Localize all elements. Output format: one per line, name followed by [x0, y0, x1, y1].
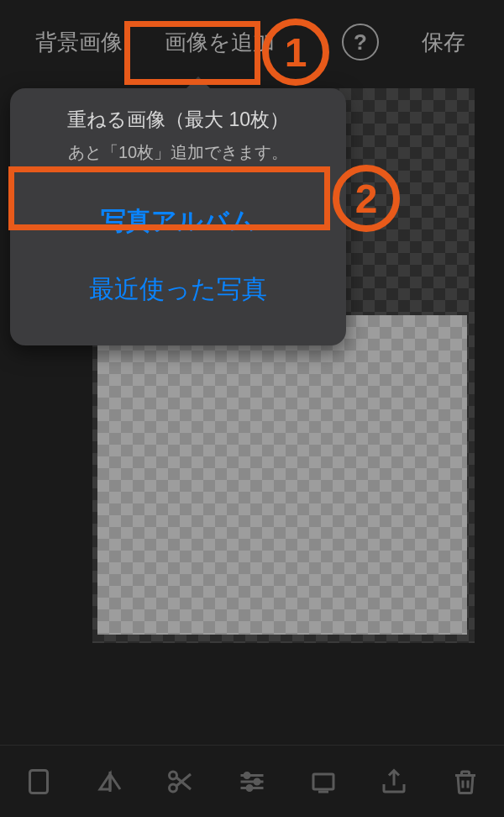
svg-point-10	[255, 779, 260, 784]
svg-point-9	[244, 772, 249, 777]
adjust-icon[interactable]	[234, 763, 270, 800]
help-button[interactable]: ?	[342, 24, 379, 61]
cut-icon[interactable]	[162, 763, 199, 800]
export-icon[interactable]	[375, 763, 412, 800]
top-toolbar: 背景画像 画像を追加 ? 保存	[0, 0, 504, 84]
trash-icon[interactable]	[447, 763, 484, 800]
photo-album-option[interactable]: 写真アルバム	[10, 187, 346, 256]
frame-icon[interactable]	[305, 763, 342, 800]
bottom-toolbar	[0, 745, 504, 817]
save-button[interactable]: 保存	[405, 13, 482, 72]
popover-subtitle: あと「10枚」追加できます。	[10, 141, 346, 164]
svg-rect-0	[30, 770, 48, 793]
svg-rect-12	[313, 774, 333, 789]
flip-icon[interactable]	[92, 763, 129, 800]
add-image-popover: 重ねる画像（最大 10枚） あと「10枚」追加できます。 写真アルバム 最近使っ…	[10, 88, 346, 345]
add-image-button[interactable]: 画像を追加	[148, 13, 291, 72]
canvas-foreground[interactable]	[97, 315, 467, 635]
svg-point-11	[247, 785, 252, 790]
recent-photos-option[interactable]: 最近使った写真	[10, 256, 346, 324]
popover-title: 重ねる画像（最大 10枚）	[10, 107, 346, 133]
rotate-icon[interactable]	[20, 763, 57, 800]
background-image-button[interactable]: 背景画像	[18, 13, 139, 72]
